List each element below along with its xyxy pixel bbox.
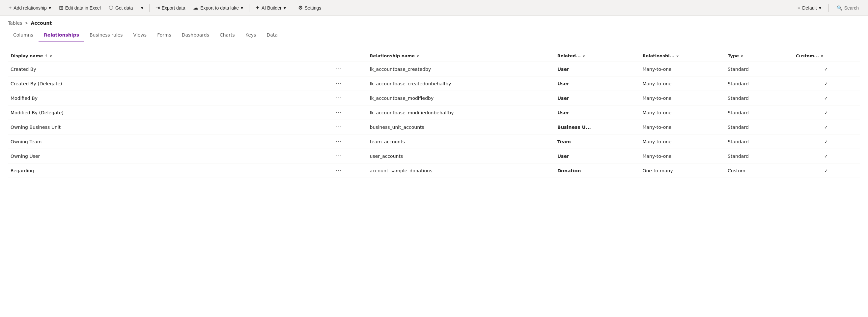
- cell-row-menu[interactable]: ···: [332, 164, 366, 178]
- cell-custom: ✓: [792, 106, 860, 120]
- chevron-down-related-icon: ∨: [582, 54, 585, 58]
- settings-button[interactable]: ⚙ Settings: [295, 3, 325, 13]
- tab-forms[interactable]: Forms: [152, 28, 177, 42]
- cell-custom: ✓: [792, 77, 860, 91]
- cell-relationship-name: business_unit_accounts: [366, 120, 553, 135]
- checkmark-icon: ✓: [824, 95, 828, 101]
- col-header-related[interactable]: Related... ∨: [553, 50, 639, 62]
- table-row[interactable]: Owning User···user_accountsUserMany-to-o…: [8, 149, 860, 164]
- breadcrumb-tables-link[interactable]: Tables: [8, 21, 22, 26]
- toolbar: + Add relationship ▾ ⊞ Edit data in Exce…: [0, 0, 868, 16]
- export-lake-button[interactable]: ☁ Export to data lake ▾: [190, 3, 246, 13]
- chevron-down-rel-icon: ∨: [416, 54, 419, 58]
- cell-custom: ✓: [792, 149, 860, 164]
- tab-dashboards[interactable]: Dashboards: [177, 28, 214, 42]
- breadcrumb-current: Account: [31, 21, 52, 26]
- get-data-dropdown-button[interactable]: ▾: [138, 3, 147, 12]
- tab-business_rules[interactable]: Business rules: [84, 28, 128, 42]
- chevron-down-custom-icon: ∨: [820, 54, 824, 58]
- ai-icon: ✦: [255, 5, 259, 11]
- export-icon: ⇥: [155, 5, 160, 11]
- checkmark-icon: ✓: [824, 66, 828, 72]
- col-header-type[interactable]: Type ∨: [724, 50, 792, 62]
- chevron-down-icon: ∨: [50, 54, 52, 58]
- cell-row-menu[interactable]: ···: [332, 106, 366, 120]
- tab-keys[interactable]: Keys: [240, 28, 261, 42]
- cell-type: Standard: [724, 106, 792, 120]
- edit-excel-button[interactable]: ⊞ Edit data in Excel: [56, 3, 104, 13]
- cell-display-name: Owning Team: [8, 135, 332, 149]
- breadcrumb-separator: >: [25, 21, 28, 25]
- default-button[interactable]: ≡ Default ▾: [794, 3, 825, 12]
- get-data-button[interactable]: ⬡ Get data: [105, 3, 136, 13]
- col-display-name-label: Display name: [10, 53, 43, 58]
- cell-custom: ✓: [792, 62, 860, 77]
- col-header-relationship-type[interactable]: Relationshi... ∨: [639, 50, 724, 62]
- tab-relationships[interactable]: Relationships: [38, 28, 84, 42]
- col-related-label: Related...: [557, 53, 581, 58]
- table-row[interactable]: Regarding···account_sample_donationsDona…: [8, 164, 860, 178]
- checkmark-icon: ✓: [824, 153, 828, 159]
- export-data-label: Export data: [162, 5, 185, 10]
- cell-custom: ✓: [792, 135, 860, 149]
- cell-relationship-name: lk_accountbase_modifiedby: [366, 91, 553, 106]
- cell-relationship-name: account_sample_donations: [366, 164, 553, 178]
- cell-relationship-name: lk_accountbase_createdonbehalfby: [366, 77, 553, 91]
- cell-row-menu[interactable]: ···: [332, 91, 366, 106]
- default-label: Default: [802, 5, 816, 10]
- cell-type: Custom: [724, 164, 792, 178]
- export-lake-label: Export to data lake: [200, 5, 239, 10]
- cell-display-name: Created By: [8, 62, 332, 77]
- cell-relationship-type: Many-to-one: [639, 120, 724, 135]
- cell-row-menu[interactable]: ···: [332, 120, 366, 135]
- checkmark-icon: ✓: [824, 124, 828, 130]
- cell-custom: ✓: [792, 164, 860, 178]
- add-relationship-button[interactable]: + Add relationship ▾: [5, 3, 54, 13]
- col-header-relationship-name[interactable]: Relationship name ∨: [366, 50, 553, 62]
- lines-icon: ≡: [798, 5, 800, 10]
- chevron-down-reltype-icon: ∨: [676, 54, 679, 58]
- ai-builder-button[interactable]: ✦ AI Builder ▾: [252, 3, 289, 13]
- cell-relationship-type: Many-to-one: [639, 135, 724, 149]
- cell-row-menu[interactable]: ···: [332, 149, 366, 164]
- tab-charts[interactable]: Charts: [214, 28, 240, 42]
- edit-excel-label: Edit data in Excel: [65, 5, 101, 10]
- cell-display-name: Modified By: [8, 91, 332, 106]
- export-data-button[interactable]: ⇥ Export data: [152, 3, 189, 13]
- cell-relationship-type: Many-to-one: [639, 77, 724, 91]
- toolbar-divider-4: [829, 4, 829, 12]
- checkmark-icon: ✓: [824, 110, 828, 115]
- cell-type: Standard: [724, 120, 792, 135]
- table-row[interactable]: Created By···lk_accountbase_createdbyUse…: [8, 62, 860, 77]
- table-row[interactable]: Modified By···lk_accountbase_modifiedbyU…: [8, 91, 860, 106]
- cell-relationship-type: Many-to-one: [639, 91, 724, 106]
- tab-views[interactable]: Views: [128, 28, 152, 42]
- search-icon: 🔍: [837, 5, 842, 10]
- cell-row-menu[interactable]: ···: [332, 62, 366, 77]
- cell-related: Team: [553, 135, 639, 149]
- table-row[interactable]: Owning Business Unit···business_unit_acc…: [8, 120, 860, 135]
- cell-row-menu[interactable]: ···: [332, 77, 366, 91]
- dropdown-icon-2: ▾: [141, 5, 143, 10]
- col-reltype-label: Relationshi...: [642, 53, 674, 58]
- col-header-display-name[interactable]: Display name ↑ ∨: [8, 50, 332, 62]
- table-row[interactable]: Created By (Delegate)···lk_accountbase_c…: [8, 77, 860, 91]
- cell-related: User: [553, 62, 639, 77]
- cell-relationship-name: lk_accountbase_modifiedonbehalfby: [366, 106, 553, 120]
- cell-row-menu[interactable]: ···: [332, 135, 366, 149]
- col-header-custom[interactable]: Custom... ∨: [792, 50, 860, 62]
- tab-columns[interactable]: Columns: [8, 28, 38, 42]
- table-row[interactable]: Owning Team···team_accountsTeamMany-to-o…: [8, 135, 860, 149]
- search-button[interactable]: 🔍 Search: [833, 3, 863, 12]
- cell-type: Standard: [724, 91, 792, 106]
- breadcrumb: Tables > Account: [0, 16, 868, 26]
- settings-label: Settings: [305, 5, 321, 10]
- toolbar-divider-1: [149, 4, 150, 12]
- cell-custom: ✓: [792, 91, 860, 106]
- table-row[interactable]: Modified By (Delegate)···lk_accountbase_…: [8, 106, 860, 120]
- cell-custom: ✓: [792, 120, 860, 135]
- cell-display-name: Created By (Delegate): [8, 77, 332, 91]
- dropdown-icon-3: ▾: [241, 5, 243, 10]
- tab-data[interactable]: Data: [261, 28, 283, 42]
- gear-icon: ⚙: [298, 5, 303, 11]
